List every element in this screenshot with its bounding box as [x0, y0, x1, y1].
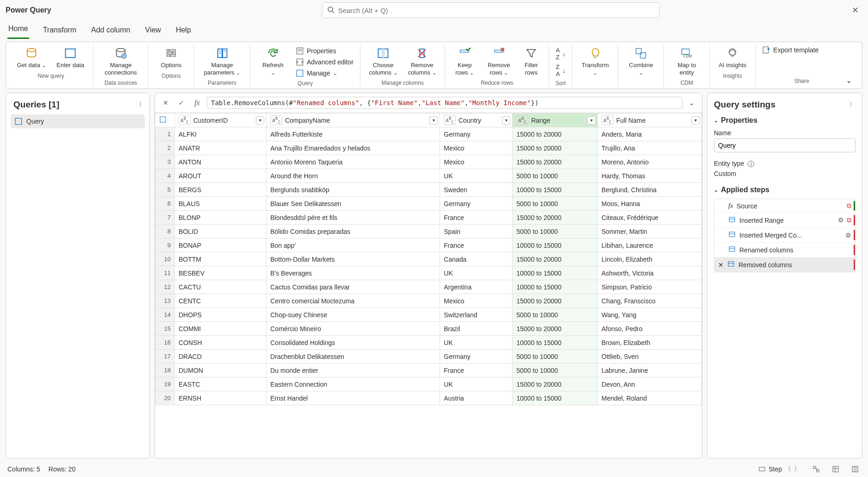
table-row[interactable]: 8BOLIDBólido Comidas preparadasSpain5000… [155, 225, 702, 238]
cell[interactable]: Berglunds snabbköp [267, 183, 440, 197]
table-row[interactable]: 4AROUTAround the HornUK5000 to 10000Hard… [155, 169, 702, 183]
cell[interactable]: Germany [440, 197, 513, 211]
cell[interactable]: Mexico [440, 294, 513, 308]
table-row[interactable]: 12CACTUCactus Comidas para llevarArgenti… [155, 280, 702, 294]
cell[interactable]: Libihan, Laurence [598, 238, 702, 252]
keep-rows-button[interactable]: Keep rows ⌄ [450, 45, 479, 78]
cell[interactable]: CENTC [175, 294, 267, 308]
cell[interactable]: Berglund, Christina [598, 183, 702, 197]
cell[interactable]: 5000 to 10000 [513, 350, 598, 364]
cell[interactable]: BERGS [175, 183, 267, 197]
cell[interactable]: Ana Trujillo Emaredados y helados [267, 141, 440, 155]
row-number[interactable]: 1 [155, 127, 175, 141]
queries-collapse-button[interactable]: 〈 [136, 100, 142, 109]
cell[interactable]: Ernst Handel [267, 391, 440, 405]
cell[interactable]: ALFKI [175, 127, 267, 141]
column-header-companyname[interactable]: ABCCompanyName▾ [267, 113, 440, 127]
cell[interactable]: ERNSH [175, 391, 267, 405]
row-number[interactable]: 19 [155, 377, 175, 391]
refresh-button[interactable]: Refresh⌄ [255, 45, 291, 78]
info-icon[interactable]: i [748, 161, 754, 167]
ribbon-collapse-button[interactable]: ⌄ [843, 73, 855, 88]
cell[interactable]: Comércio Mineiro [267, 322, 440, 336]
row-number[interactable]: 16 [155, 336, 175, 350]
choose-columns-button[interactable]: Choose columns ⌄ [365, 45, 401, 78]
manage-button[interactable]: Manage ⌄ [294, 68, 355, 78]
cell[interactable]: Lincoln, Elizabeth [598, 252, 702, 266]
tab-add-column[interactable]: Add column [90, 23, 131, 39]
table-row[interactable]: 18DUMONDu monde entierFrance5000 to 1000… [155, 364, 702, 377]
row-number[interactable]: 3 [155, 155, 175, 169]
cell[interactable]: Bólido Comidas preparadas [267, 225, 440, 238]
cell[interactable]: 15000 to 20000 [513, 127, 598, 141]
cell[interactable]: Blondesddsl pére et fils [267, 211, 440, 225]
tab-home[interactable]: Home [7, 22, 29, 39]
cell[interactable]: EASTC [175, 377, 267, 391]
sort-asc-button[interactable]: AZ↓ [554, 46, 567, 62]
manage-parameters-button[interactable]: Manage parameters ⌄ [199, 45, 245, 78]
cell[interactable]: Around the Horn [267, 169, 440, 183]
cell[interactable]: Consolidated Holdings [267, 336, 440, 350]
table-row[interactable]: 11BESBEVB's BeveragesUK10000 to 15000Ash… [155, 266, 702, 280]
column-filter-button[interactable]: ▾ [502, 116, 510, 125]
cell[interactable]: Blauer See Delikatessen [267, 197, 440, 211]
cell[interactable]: Brazil [440, 322, 513, 336]
column-filter-button[interactable]: ▾ [429, 116, 438, 125]
cell[interactable]: CACTU [175, 280, 267, 294]
tab-transform[interactable]: Transform [42, 23, 77, 39]
row-number[interactable]: 5 [155, 183, 175, 197]
select-all-cell[interactable] [155, 113, 175, 127]
column-filter-button[interactable]: ▾ [587, 116, 595, 125]
cell[interactable]: 5000 to 10000 [513, 197, 598, 211]
cell[interactable]: BESBEV [175, 266, 267, 280]
row-number[interactable]: 13 [155, 294, 175, 308]
table-row[interactable]: 3ANTONAntonio Moreno TaqueriaMexico15000… [155, 155, 702, 169]
column-header-country[interactable]: ABCCountry▾ [440, 113, 513, 127]
cell[interactable]: Anders, Maria [598, 127, 702, 141]
cell[interactable]: France [440, 238, 513, 252]
formula-commit-button[interactable]: ✓ [175, 97, 187, 109]
applied-step[interactable]: Inserted Range⚙⧉ [714, 213, 855, 228]
cell[interactable]: 15000 to 20000 [513, 211, 598, 225]
row-number[interactable]: 15 [155, 322, 175, 336]
formula-expand-button[interactable]: ⌄ [686, 99, 697, 107]
table-row[interactable]: 17DRACDDrachenblut DelikatessenGermany50… [155, 350, 702, 364]
row-number[interactable]: 11 [155, 266, 175, 280]
link-icon[interactable]: ⧉ [847, 202, 851, 210]
cell[interactable]: Du monde entier [267, 364, 440, 377]
cell[interactable]: France [440, 364, 513, 377]
combine-button[interactable]: Combine⌄ [623, 45, 659, 78]
cell[interactable]: Spain [440, 225, 513, 238]
table-row[interactable]: 19EASTCEastern ConnectionUK15000 to 2000… [155, 377, 702, 391]
cell[interactable]: Moos, Hanna [598, 197, 702, 211]
cell[interactable]: CONSH [175, 336, 267, 350]
table-row[interactable]: 10BOTTMBottom-Dollar MarketsCanada15000 … [155, 252, 702, 266]
row-number[interactable]: 8 [155, 225, 175, 238]
cell[interactable]: Mexico [440, 141, 513, 155]
link-icon[interactable]: ⧉ [847, 216, 851, 224]
get-data-button[interactable]: Get data ⌄ [13, 45, 50, 71]
row-number[interactable]: 2 [155, 141, 175, 155]
applied-step[interactable]: Renamed columns [714, 243, 855, 257]
fx-icon[interactable]: fx [191, 97, 203, 109]
enter-data-button[interactable]: Enter data [52, 45, 88, 71]
cell[interactable]: Eastern Connection [267, 377, 440, 391]
cell[interactable]: 10000 to 15000 [513, 183, 598, 197]
cell[interactable]: Sommer, Martin [598, 225, 702, 238]
tab-view[interactable]: View [144, 23, 162, 39]
table-row[interactable]: 20ERNSHErnst HandelAustria10000 to 15000… [155, 391, 702, 405]
cell[interactable]: Afonso, Pedro [598, 322, 702, 336]
table-row[interactable]: 9BONAPBon app'France10000 to 15000Libiha… [155, 238, 702, 252]
properties-button[interactable]: Properties [294, 46, 355, 56]
column-header-customerid[interactable]: ABCCustomerID▾ [175, 113, 267, 127]
close-button[interactable]: ✕ [848, 3, 862, 17]
row-number[interactable]: 20 [155, 391, 175, 405]
cell[interactable]: DUMON [175, 364, 267, 377]
cell[interactable]: Germany [440, 127, 513, 141]
cell[interactable]: Drachenblut Delikatessen [267, 350, 440, 364]
cell[interactable]: Mendel, Roland [598, 391, 702, 405]
cell[interactable]: 10000 to 15000 [513, 266, 598, 280]
cell[interactable]: 15000 to 20000 [513, 322, 598, 336]
options-button[interactable]: Options [153, 45, 189, 71]
cell[interactable]: 15000 to 20000 [513, 141, 598, 155]
